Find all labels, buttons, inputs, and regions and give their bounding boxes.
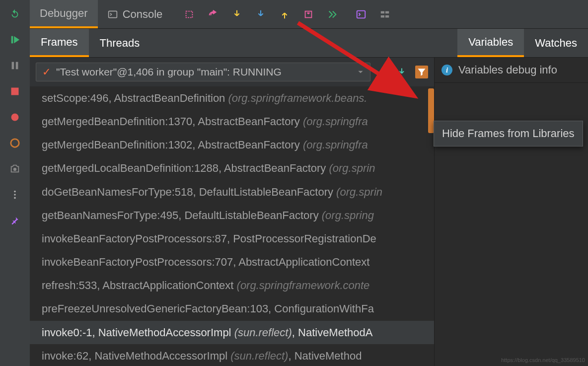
- frame-method: getBeanNamesForType:495, DefaultListable…: [42, 209, 322, 221]
- tab-watches[interactable]: Watches: [524, 29, 588, 57]
- trace-current-stream-icon[interactable]: [379, 8, 391, 20]
- frame-method: invokeBeanFactoryPostProcessors:707, Abs…: [42, 256, 369, 268]
- svg-rect-2: [16, 62, 18, 70]
- svg-point-9: [14, 197, 16, 199]
- variables-info-label: Variables debug info: [458, 64, 557, 76]
- top-tab-bar: Debugger Console: [30, 0, 588, 29]
- svg-rect-1: [12, 62, 14, 70]
- thread-selector[interactable]: ✓ "Test worker"@1,406 in group "main": R…: [36, 63, 370, 81]
- frame-package: (org.sprin: [329, 162, 375, 174]
- resume-icon[interactable]: [9, 34, 21, 46]
- left-toolbar: [0, 0, 30, 366]
- svg-point-5: [11, 139, 19, 147]
- frames-panel: ✓ "Test worker"@1,406 in group "main": R…: [30, 58, 435, 366]
- step-into-icon[interactable]: [231, 8, 243, 20]
- second-tabs-right: Variables Watches: [457, 29, 588, 57]
- tab-variables[interactable]: Variables: [457, 29, 524, 57]
- frame-package: (org.spring: [322, 209, 374, 221]
- variables-info-row: i Variables debug info: [435, 58, 588, 83]
- tab-frames[interactable]: Frames: [30, 29, 89, 57]
- previous-frame-icon[interactable]: [375, 66, 388, 78]
- frame-package: (org.sprin: [336, 186, 382, 198]
- frame-method: invokeBeanFactoryPostProcessors:87, Post…: [42, 232, 376, 245]
- evaluate-expression-icon[interactable]: [355, 8, 367, 20]
- svg-point-7: [14, 191, 16, 193]
- step-over-icon[interactable]: [207, 8, 219, 20]
- svg-rect-11: [186, 11, 193, 17]
- running-check-icon: ✓: [42, 66, 51, 78]
- stack-frame-row[interactable]: invoke0:-1, NativeMethodAccessorImpl (su…: [30, 321, 434, 344]
- screenshot-icon[interactable]: [9, 163, 21, 175]
- frame-method: invoke0:-1, NativeMethodAccessorImpl: [42, 326, 234, 339]
- tab-debugger[interactable]: Debugger: [30, 0, 98, 28]
- tab-threads[interactable]: Threads: [89, 29, 151, 57]
- more-icon[interactable]: [9, 189, 21, 201]
- info-icon: i: [441, 65, 452, 75]
- frame-method: getMergedBeanDefinition:1370, AbstractBe…: [42, 115, 303, 128]
- main-area: Debugger Console: [30, 0, 588, 366]
- stack-frame-row[interactable]: refresh:533, AbstractApplicationContext …: [30, 274, 434, 297]
- frame-package: (org.springfra: [303, 139, 368, 151]
- stop-icon[interactable]: [9, 85, 21, 97]
- pause-icon[interactable]: [9, 60, 21, 72]
- show-execution-point-icon[interactable]: [183, 8, 195, 20]
- svg-rect-17: [385, 15, 389, 17]
- tooltip-hide-frames: Hide Frames from Libraries: [434, 121, 583, 146]
- svg-rect-14: [381, 11, 384, 13]
- frames-header: ✓ "Test worker"@1,406 in group "main": R…: [30, 58, 434, 86]
- stack-frame-row[interactable]: invokeBeanFactoryPostProcessors:707, Abs…: [30, 250, 434, 274]
- svg-rect-15: [381, 15, 384, 17]
- frame-method: invoke:62, NativeMethodAccessorImpl: [42, 350, 230, 362]
- frame-method: setScope:496, AbstractBeanDefinition: [42, 92, 228, 104]
- stack-frame-row[interactable]: getMergedBeanDefinition:1302, AbstractBe…: [30, 133, 434, 156]
- stack-frame-row[interactable]: getBeanNamesForType:495, DefaultListable…: [30, 204, 434, 227]
- frame-method: getMergedLocalBeanDefinition:1288, Abstr…: [42, 162, 329, 174]
- frame-method: doGetBeanNamesForType:518, DefaultListab…: [42, 186, 336, 198]
- stack-frame-row[interactable]: invokeBeanFactoryPostProcessors:87, Post…: [30, 227, 434, 250]
- frame-package: (sun.reflect): [230, 350, 288, 362]
- stack-frame-row[interactable]: invoke:62, NativeMethodAccessorImpl (sun…: [30, 344, 434, 366]
- frame-package: (org.springframework.beans.: [228, 92, 367, 104]
- pin-icon[interactable]: [9, 215, 21, 226]
- stack-frame-row[interactable]: getMergedBeanDefinition:1370, AbstractBe…: [30, 110, 434, 133]
- run-to-cursor-icon[interactable]: [326, 8, 338, 20]
- debug-toolbar: [183, 8, 391, 20]
- step-out-icon[interactable]: [279, 8, 291, 20]
- frame-package: (org.springframework.conte: [237, 279, 370, 292]
- body-row: ✓ "Test worker"@1,406 in group "main": R…: [30, 58, 588, 366]
- svg-point-6: [13, 168, 16, 171]
- tab-debugger-label: Debugger: [40, 7, 88, 20]
- frame-method: refresh:533, AbstractApplicationContext: [42, 279, 237, 292]
- stack-frame-row[interactable]: getMergedLocalBeanDefinition:1288, Abstr…: [30, 156, 434, 180]
- tooltip-text: Hide Frames from Libraries: [442, 127, 575, 140]
- tab-console[interactable]: Console: [98, 0, 173, 28]
- rerun-icon[interactable]: [9, 8, 21, 20]
- svg-rect-0: [11, 36, 13, 44]
- tab-frames-label: Frames: [41, 36, 78, 49]
- thread-selector-label: "Test worker"@1,406 in group "main": RUN…: [56, 66, 282, 78]
- breakpoints-icon[interactable]: [9, 111, 21, 123]
- tab-variables-label: Variables: [468, 36, 513, 49]
- variables-panel: i Variables debug info: [435, 58, 588, 366]
- tab-threads-label: Threads: [100, 37, 140, 50]
- svg-rect-16: [385, 11, 389, 13]
- frame-method: getMergedBeanDefinition:1302, AbstractBe…: [42, 139, 303, 151]
- mute-breakpoints-icon[interactable]: [9, 137, 21, 149]
- drop-frame-icon[interactable]: [302, 8, 314, 20]
- svg-point-4: [11, 114, 19, 121]
- watermark: https://blog.csdn.net/qq_33589510: [501, 357, 585, 363]
- svg-rect-10: [108, 11, 117, 17]
- force-step-into-icon[interactable]: [255, 8, 267, 20]
- frame-method: preFreezeUnresolvedGenericFactoryBean:10…: [42, 302, 374, 315]
- frame-list[interactable]: setScope:496, AbstractBeanDefinition (or…: [30, 86, 434, 366]
- filter-frames-icon[interactable]: [415, 66, 428, 78]
- stack-frame-row[interactable]: preFreezeUnresolvedGenericFactoryBean:10…: [30, 297, 434, 320]
- stack-frame-row[interactable]: setScope:496, AbstractBeanDefinition (or…: [30, 86, 434, 110]
- next-frame-icon[interactable]: [395, 66, 408, 78]
- stack-frame-row[interactable]: doGetBeanNamesForType:518, DefaultListab…: [30, 180, 434, 204]
- svg-point-8: [14, 194, 16, 196]
- svg-rect-3: [11, 88, 19, 95]
- frame-tail: , NativeMethodA: [292, 326, 373, 339]
- svg-rect-13: [357, 10, 366, 18]
- chevron-down-icon: [357, 69, 364, 75]
